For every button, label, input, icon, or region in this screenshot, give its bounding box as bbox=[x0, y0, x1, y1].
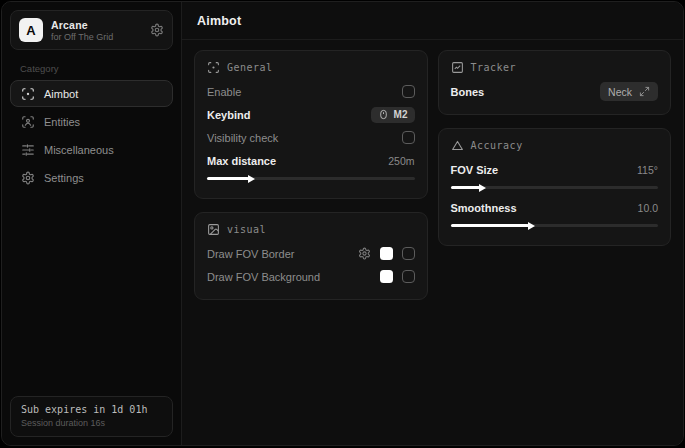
sidebar-item-label: Entities bbox=[44, 116, 80, 128]
tracker-card-header: Tracker bbox=[451, 61, 659, 74]
gear-icon[interactable] bbox=[358, 247, 371, 260]
sliders-icon bbox=[21, 143, 35, 157]
subscription-status-card: Sub expires in 1d 01h Session duration 1… bbox=[10, 396, 173, 437]
max-distance-slider[interactable] bbox=[207, 177, 415, 180]
max-distance-row: Max distance 250m bbox=[207, 149, 415, 172]
section-title: Accuracy bbox=[471, 140, 523, 151]
brand-card: A Arcane for Off The Grid bbox=[10, 10, 173, 50]
smoothness-row: Smoothness 10.0 bbox=[451, 196, 659, 219]
fov-size-slider[interactable] bbox=[451, 186, 659, 189]
fov-background-row: Draw FOV Background bbox=[207, 265, 415, 288]
content: General Enable Keybind M2 bbox=[182, 40, 683, 310]
fov-size-row: FOV Size 115° bbox=[451, 158, 659, 181]
visibility-check-label: Visibility check bbox=[207, 132, 278, 144]
fov-background-label: Draw FOV Background bbox=[207, 271, 320, 283]
keybind-row: Keybind M2 bbox=[207, 103, 415, 126]
enable-row: Enable bbox=[207, 80, 415, 103]
fov-border-controls bbox=[358, 247, 415, 260]
chart-icon bbox=[451, 61, 464, 74]
gear-icon[interactable] bbox=[150, 23, 164, 37]
triangle-icon bbox=[451, 139, 464, 152]
section-title: Tracker bbox=[471, 62, 517, 73]
section-title: visual bbox=[227, 224, 266, 235]
fov-background-controls bbox=[380, 270, 415, 283]
fov-border-row: Draw FOV Border bbox=[207, 242, 415, 265]
max-distance-value: 250m bbox=[388, 155, 414, 167]
keybind-label: Keybind bbox=[207, 109, 250, 121]
max-distance-slider-thumb[interactable] bbox=[248, 175, 255, 183]
accuracy-card: Accuracy FOV Size 115° Smoothness 10.0 bbox=[438, 128, 672, 246]
keybind-value: M2 bbox=[394, 109, 408, 120]
bones-row: Bones Neck bbox=[451, 80, 659, 103]
brand-logo: A bbox=[19, 18, 43, 42]
smoothness-label: Smoothness bbox=[451, 202, 517, 214]
enable-checkbox[interactable] bbox=[402, 85, 415, 98]
brand-title: Arcane bbox=[51, 19, 113, 31]
fov-background-checkbox[interactable] bbox=[402, 270, 415, 283]
bones-select[interactable]: Neck bbox=[600, 82, 658, 101]
expand-icon bbox=[639, 86, 650, 97]
mouse-icon bbox=[378, 109, 389, 120]
bones-value: Neck bbox=[608, 86, 632, 98]
main-panel: Aimbot General Enable bbox=[182, 2, 683, 445]
app-window: A Arcane for Off The Grid Category Aimbo… bbox=[1, 1, 684, 446]
fov-size-slider-fill bbox=[451, 186, 480, 189]
sub-expiry-text: Sub expires in 1d 01h bbox=[21, 404, 162, 415]
page-title: Aimbot bbox=[197, 14, 241, 28]
session-duration-text: Session duration 16s bbox=[21, 418, 162, 428]
fov-size-value: 115° bbox=[637, 164, 658, 176]
fov-background-color-swatch[interactable] bbox=[380, 270, 393, 283]
crosshair-icon bbox=[207, 61, 220, 74]
sidebar: A Arcane for Off The Grid Category Aimbo… bbox=[2, 2, 182, 445]
sidebar-item-label: Miscellaneous bbox=[44, 144, 114, 156]
left-column: General Enable Keybind M2 bbox=[194, 50, 428, 300]
max-distance-slider-fill bbox=[207, 177, 249, 180]
visibility-check-checkbox[interactable] bbox=[402, 131, 415, 144]
fov-border-checkbox[interactable] bbox=[402, 247, 415, 260]
enable-label: Enable bbox=[207, 86, 241, 98]
fov-border-label: Draw FOV Border bbox=[207, 248, 294, 260]
brand-text: Arcane for Off The Grid bbox=[51, 19, 113, 42]
sidebar-item-entities[interactable]: Entities bbox=[10, 108, 173, 135]
keybind-button[interactable]: M2 bbox=[371, 107, 415, 123]
sidebar-item-aimbot[interactable]: Aimbot bbox=[10, 80, 173, 107]
visual-card: visual Draw FOV Border Draw bbox=[194, 212, 428, 300]
sidebar-item-miscellaneous[interactable]: Miscellaneous bbox=[10, 136, 173, 163]
bones-label: Bones bbox=[451, 86, 485, 98]
section-title: General bbox=[227, 62, 273, 73]
person-scan-icon bbox=[21, 115, 35, 129]
tracker-card: Tracker Bones Neck bbox=[438, 50, 672, 115]
main-header: Aimbot bbox=[182, 2, 683, 40]
fov-border-color-swatch[interactable] bbox=[380, 247, 393, 260]
max-distance-label: Max distance bbox=[207, 155, 276, 167]
gear-icon bbox=[21, 171, 35, 185]
fov-size-slider-thumb[interactable] bbox=[479, 184, 486, 192]
right-column: Tracker Bones Neck bbox=[438, 50, 672, 246]
general-card: General Enable Keybind M2 bbox=[194, 50, 428, 199]
crosshair-icon bbox=[21, 87, 35, 101]
accuracy-card-header: Accuracy bbox=[451, 139, 659, 152]
sidebar-item-settings[interactable]: Settings bbox=[10, 164, 173, 191]
smoothness-value: 10.0 bbox=[638, 202, 658, 214]
image-icon bbox=[207, 223, 220, 236]
smoothness-slider-thumb[interactable] bbox=[528, 222, 535, 230]
sidebar-nav: Aimbot Entities Miscellaneous Settings bbox=[10, 80, 173, 191]
visibility-check-row: Visibility check bbox=[207, 126, 415, 149]
fov-size-label: FOV Size bbox=[451, 164, 499, 176]
category-label: Category bbox=[20, 63, 163, 74]
sidebar-item-label: Aimbot bbox=[44, 88, 78, 100]
brand-subtitle: for Off The Grid bbox=[51, 32, 113, 42]
smoothness-slider-fill bbox=[451, 224, 530, 227]
visual-card-header: visual bbox=[207, 223, 415, 236]
sidebar-item-label: Settings bbox=[44, 172, 84, 184]
smoothness-slider[interactable] bbox=[451, 224, 659, 227]
general-card-header: General bbox=[207, 61, 415, 74]
